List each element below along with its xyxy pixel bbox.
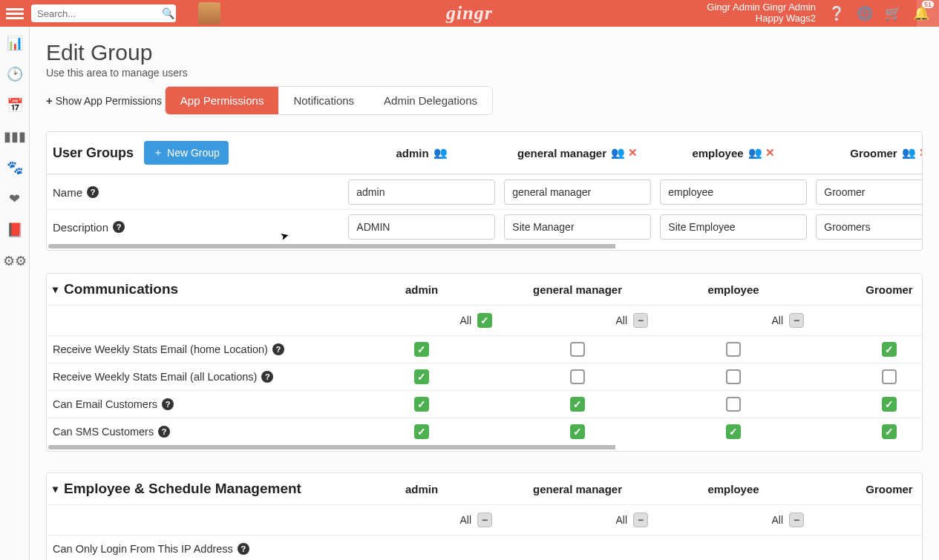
group-desc-input-general-manager[interactable] <box>504 214 650 240</box>
dashboard-icon[interactable]: 📊 <box>6 34 24 52</box>
name-label: Name <box>53 186 82 199</box>
checkbox[interactable] <box>570 342 585 357</box>
user-location: Happy Wags2 <box>707 13 816 24</box>
help-icon[interactable]: ❔ <box>829 6 844 21</box>
all-label: All <box>459 514 471 526</box>
permission-label: Receive Weekly Stats Email (all Location… <box>53 371 257 383</box>
checkbox[interactable] <box>882 397 897 412</box>
show-app-permissions-toggle[interactable]: + Show App Permissions <box>46 94 162 107</box>
tab-app-permissions[interactable]: App Permissions <box>166 87 279 114</box>
checkbox[interactable] <box>726 397 741 412</box>
group-header-employee: employee 👥✕ <box>692 146 774 159</box>
group-name-input-employee[interactable] <box>660 179 806 205</box>
all-label: All <box>771 314 783 326</box>
permission-row: Can Only Login From This IP Address? <box>47 535 922 560</box>
current-user[interactable]: Gingr Admin Gingr Admin Happy Wags2 <box>707 2 816 24</box>
main-content: Edit Group Use this area to manage users… <box>30 27 939 560</box>
top-bar: 🔍 gingr Gingr Admin Gingr Admin Happy Wa… <box>0 0 939 27</box>
user-groups-title: User Groups <box>53 145 134 161</box>
remove-group-icon[interactable]: ✕ <box>919 146 922 159</box>
communications-section: ▾ Communications admin general manager e… <box>46 273 923 452</box>
tab-notifications[interactable]: Notifications <box>278 87 369 114</box>
horizontal-scrollbar[interactable] <box>48 244 920 248</box>
remove-group-icon[interactable]: ✕ <box>628 146 638 159</box>
checkbox[interactable] <box>633 313 648 328</box>
book-icon[interactable]: 📕 <box>6 221 24 239</box>
help-icon[interactable]: ? <box>238 543 249 555</box>
checkbox[interactable] <box>477 513 492 527</box>
permission-row: Can Email Customers? <box>47 390 922 418</box>
clock-icon[interactable]: 🕑 <box>6 65 24 83</box>
checkbox[interactable] <box>477 313 492 328</box>
users-icon[interactable]: 👥 <box>902 146 916 159</box>
col-groomer: Groomer <box>811 283 923 296</box>
checkbox[interactable] <box>726 342 741 357</box>
permission-label: Receive Weekly Stats Email (home Locatio… <box>53 343 268 355</box>
checkbox[interactable] <box>789 313 804 328</box>
checkbox[interactable] <box>789 513 804 527</box>
col-groomer: Groomer <box>811 483 923 495</box>
chevron-down-icon[interactable]: ▾ <box>53 283 58 295</box>
permission-label: Can SMS Customers <box>53 426 154 438</box>
left-sidebar: 📊 🕑 📅 ▮▮▮ 🐾 ❤ 📕 ⚙⚙ <box>0 27 30 560</box>
col-general-manager: general manager <box>500 283 655 296</box>
group-header-general-manager: general manager 👥✕ <box>517 146 638 159</box>
checkbox[interactable] <box>633 513 648 527</box>
group-header-groomer: Groomer 👥✕ <box>850 146 922 159</box>
search-input[interactable] <box>37 8 162 19</box>
group-name-input-general-manager[interactable] <box>504 179 650 205</box>
permission-row: Can SMS Customers? <box>47 418 922 445</box>
checkbox[interactable] <box>726 424 741 439</box>
barcode-icon[interactable]: ▮▮▮ <box>6 128 24 145</box>
users-icon[interactable]: 👥 <box>433 146 448 159</box>
hamburger-menu-icon[interactable] <box>6 4 24 22</box>
checkbox[interactable] <box>414 397 429 412</box>
checkbox[interactable] <box>882 342 897 357</box>
search-icon[interactable]: 🔍 <box>162 7 174 19</box>
checkbox[interactable] <box>882 369 897 384</box>
col-employee: employee <box>655 483 811 495</box>
checkbox[interactable] <box>570 397 585 412</box>
page-title: Edit Group <box>46 40 923 65</box>
heart-icon[interactable]: ❤ <box>6 190 24 208</box>
group-header-admin: admin 👥 <box>396 146 447 159</box>
group-desc-input-groomer[interactable] <box>816 214 922 240</box>
search-box[interactable]: 🔍 <box>31 4 176 22</box>
help-icon[interactable]: ? <box>162 398 174 410</box>
checkbox[interactable] <box>570 424 585 439</box>
group-desc-input-admin[interactable] <box>348 214 494 240</box>
horizontal-scrollbar[interactable] <box>48 445 920 449</box>
description-label: Description <box>53 221 108 234</box>
group-desc-input-employee[interactable] <box>660 214 806 240</box>
group-name-input-groomer[interactable] <box>816 179 922 205</box>
checkbox[interactable] <box>726 369 741 384</box>
users-icon[interactable]: 👥 <box>611 146 625 159</box>
user-name: Gingr Admin Gingr Admin <box>707 2 816 13</box>
mascot-icon <box>198 2 220 24</box>
users-icon[interactable]: 👥 <box>748 146 762 159</box>
checkbox[interactable] <box>882 424 897 439</box>
help-icon[interactable]: ? <box>272 343 284 355</box>
remove-group-icon[interactable]: ✕ <box>765 146 775 159</box>
calendar-icon[interactable]: 📅 <box>6 96 24 114</box>
chevron-down-icon[interactable]: ▾ <box>53 483 58 495</box>
help-icon[interactable]: ? <box>261 371 273 383</box>
paw-icon[interactable]: 🐾 <box>6 159 24 177</box>
page-subtitle: Use this area to manage users <box>46 67 923 79</box>
help-icon[interactable]: ? <box>158 426 170 438</box>
cart-icon[interactable]: 🛒 <box>886 6 900 21</box>
globe-icon[interactable]: 🌐 <box>857 6 872 21</box>
new-group-button[interactable]: ＋ New Group <box>144 141 229 165</box>
group-name-input-admin[interactable] <box>348 179 494 205</box>
checkbox[interactable] <box>414 369 429 384</box>
help-icon[interactable]: ? <box>113 221 125 233</box>
tab-admin-delegations[interactable]: Admin Delegations <box>369 87 492 114</box>
all-label: All <box>615 314 627 326</box>
col-employee: employee <box>655 283 811 296</box>
settings-icon[interactable]: ⚙⚙ <box>6 252 24 270</box>
checkbox[interactable] <box>414 424 429 439</box>
checkbox[interactable] <box>414 342 429 357</box>
help-icon[interactable]: ? <box>87 186 99 198</box>
checkbox[interactable] <box>570 369 585 384</box>
user-groups-panel: User Groups ＋ New Group admin 👥 general … <box>46 131 923 251</box>
